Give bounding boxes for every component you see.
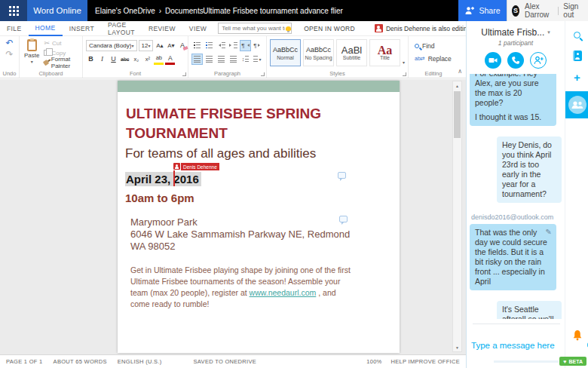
styles-dialog-launcher[interactable] [403,72,406,76]
app-brand[interactable]: Word Online [27,0,87,21]
scroll-up-icon[interactable]: ▲ [453,81,461,90]
edit-message-icon[interactable]: ✎ [546,227,552,237]
italic-button[interactable]: I [97,54,107,65]
doc-date-line[interactable]: April 23, 2016 Denis Dehenne [125,172,389,187]
comment-indicator-icon[interactable] [338,172,346,179]
tab-insert[interactable]: INSERT [63,21,101,36]
participant-count: 1 participant [467,39,565,47]
grow-font-button[interactable]: A▴ [155,40,164,51]
open-in-word-button[interactable]: OPEN IN WORD [304,25,355,32]
redo-button[interactable]: ↷ [5,50,13,60]
bold-button[interactable]: B [86,54,96,65]
line-spacing-button[interactable]: ↕ [240,54,251,65]
coauthor-flag-name: Denis Dehenne [181,163,219,170]
breadcrumb-current[interactable]: Documents [165,7,204,15]
comment-indicator-icon[interactable] [339,216,348,222]
superscript-button[interactable]: x² [142,54,152,65]
chat-message-sent: It's Seattle afterall so we'll survive w… [497,301,562,319]
coauthor-cursor [173,170,175,186]
language-status[interactable]: ENGLISH (U.S.) [118,358,162,365]
document-page[interactable]: ULTIMATE FRISBEE SPRING TOURNAMENT For t… [118,81,400,353]
account-area: S Alex Darrow Sign out [507,0,588,21]
collapse-ribbon-button[interactable]: ∧ [458,68,462,75]
tell-me-input[interactable] [219,25,285,32]
ltr-direction-button[interactable]: ¶ [240,40,251,51]
style-subtitle[interactable]: AaBl Subtitle [336,39,367,66]
page-count[interactable]: PAGE 1 OF 1 [6,358,43,365]
share-button[interactable]: Share [458,0,507,21]
rtl-direction-button[interactable]: ¶ [252,40,263,51]
decrease-indent-button[interactable] [216,40,227,51]
contacts-icon[interactable] [573,51,582,61]
justify-button[interactable] [228,54,239,65]
style-title[interactable]: Aa Title [369,39,400,66]
skype-icon[interactable]: S [512,5,519,17]
highlight-color-button[interactable]: ab [154,54,164,65]
document-scrollbar[interactable]: ▲ ▼ [452,81,462,352]
doc-venue-block[interactable]: Marymoor Park 6046 W Lake Sammamish Park… [130,216,389,253]
format-painter-button[interactable]: Format Painter [44,58,79,67]
app-launcher-button[interactable] [0,0,27,21]
notifications-bell-icon[interactable] [572,330,582,344]
doc-address-line1[interactable]: 6046 W Lake Sammamish Parkway NE, Redmon… [130,228,389,241]
font-color-button[interactable]: A [165,54,175,65]
user-name[interactable]: Alex Darrow [525,2,553,19]
cut-button[interactable]: ✂ Cut [44,38,79,48]
scrollbar-thumb[interactable] [454,91,461,138]
styles-more-button[interactable]: ▾ [403,60,405,65]
add-participant-button[interactable] [530,52,547,69]
numbered-list-button[interactable] [204,40,215,51]
special-indent-button[interactable]: ▾ [252,54,263,65]
zoom-level[interactable]: 100% [366,358,381,365]
doc-time-text[interactable]: 10am to 6pm [125,192,389,204]
active-conversation-tab[interactable] [565,91,588,118]
style-no-spacing[interactable]: AaBbCc No Spacing [303,39,334,66]
subscript-button[interactable]: x₂ [131,54,141,65]
sign-out-link[interactable]: Sign out [563,2,582,19]
shrink-font-button[interactable]: A▾ [166,40,176,51]
tab-home[interactable]: HOME [29,21,63,36]
bullet-list-button[interactable] [191,40,203,51]
word-count[interactable]: ABOUT 65 WORDS [54,358,107,365]
replace-button[interactable]: ab⇄ Replace [415,53,455,64]
tab-page-layout[interactable]: PAGE LAYOUT [101,21,142,36]
doc-venue[interactable]: Marymoor Park [130,216,389,228]
underline-button[interactable]: U [109,54,118,65]
ribbon-home: ↶ ↷ Undo Paste ▾ ✂ Cut Copy [0,36,466,78]
doc-address-line2[interactable]: WA 98052 [130,241,389,253]
search-icon[interactable] [574,32,580,38]
find-button[interactable]: Find [415,40,455,51]
paste-button[interactable]: Paste ▾ [23,38,41,69]
tab-view[interactable]: VIEW [182,21,213,36]
doc-subtitle[interactable]: For teams of all ages and abilities [125,145,389,163]
doc-heading-line2[interactable]: TOURNAMENT [126,124,389,143]
scroll-down-icon[interactable]: ▼ [453,343,461,351]
add-icon[interactable]: + [574,73,580,82]
font-dialog-launcher[interactable] [182,72,186,76]
font-size-combobox[interactable]: 12 ▾ [139,40,154,51]
font-name-combobox[interactable]: Candara (Body) ▾ [86,40,137,51]
paragraph-dialog-launcher[interactable] [261,72,265,76]
doc-heading-line1[interactable]: ULTIMATE FRISBEE SPRING [126,104,389,124]
increase-indent-button[interactable] [228,40,239,51]
tab-file[interactable]: FILE [0,21,29,36]
chat-title-dropdown[interactable]: Ultimate Frisb... ▾ [467,27,565,38]
undo-button[interactable]: ↶ [5,38,13,48]
doc-body-paragraph[interactable]: Get in Ultimate Frisbee playing shape by… [130,265,354,310]
clear-formatting-button[interactable]: A [177,40,187,51]
doc-date-text[interactable]: April 23, 2016 [125,172,201,186]
chat-horizontal-scrollbar[interactable] [494,360,559,363]
breadcrumb-root[interactable]: Elaine's OneDrive [95,7,155,15]
style-normal[interactable]: AaBbCc Normal [270,39,301,66]
coauthor-status-dropdown[interactable]: Denis Dehenne is also editing ▾ [375,24,476,32]
help-improve-office-link[interactable]: HELP IMPROVE OFFICE [391,358,460,365]
video-call-button[interactable] [485,52,501,69]
strikethrough-button[interactable]: abc [120,54,130,65]
align-right-button[interactable] [216,54,227,65]
voice-call-button[interactable] [507,52,524,69]
align-center-button[interactable] [204,54,215,65]
align-left-button[interactable] [191,54,203,65]
search-icon [415,44,419,48]
doc-hyperlink[interactable]: www.needaurl.com [250,288,317,297]
tab-review[interactable]: REVIEW [142,21,182,36]
